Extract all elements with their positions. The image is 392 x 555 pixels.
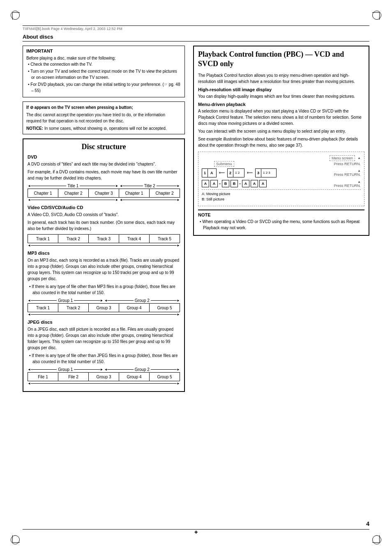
footer-bar [23, 529, 369, 530]
pbc-r2-a2: A [210, 180, 218, 187]
track-cell-3: Track 3 [89, 235, 119, 243]
pbc-menu-text3: See example illustration below about bas… [198, 136, 364, 148]
jpeg-diagram: ◄ Group 1 ► ◄ Group 2 ► [28, 367, 180, 385]
pbc-title: Playback Control function (PBC) — VCD an… [198, 50, 364, 69]
circle-mark-bl [11, 535, 20, 544]
circle-mark-tl [11, 11, 20, 20]
dvd-text1: A DVD consists of "titles" and each titl… [28, 161, 180, 167]
important-title: IMPORTANT [26, 48, 181, 53]
dvd-track-row: Chapter 1 Chapter 2 Chapter 3 Chapter 1 … [28, 189, 180, 198]
jpeg-text1: On a JPEG disc, each still picture is re… [28, 326, 180, 351]
track-diagram: Track 1 Track 2 Track 3 Track 4 Track 5 … [28, 234, 180, 247]
pbc-highres-subtitle: High-resolution still image display [198, 87, 364, 92]
pbc-press-return-3: Press RETURN. [334, 184, 361, 188]
pbc-item-1: 1 A [202, 168, 217, 177]
right-column: Playback Control function (PBC) — VCD an… [193, 46, 369, 396]
header-text: TIIFM45[B].book Page 4 Wednesday, April … [23, 27, 122, 31]
page-number: 4 [366, 520, 369, 527]
important-intro: Before playing a disc, make sure of the … [26, 55, 181, 61]
pbc-menu-text2: You can interact with the screen using a… [198, 128, 364, 134]
pbc-highres-text: You can display high-quality images whic… [198, 93, 364, 99]
pbc-item-3: 3 1 2 3 [255, 168, 277, 177]
jpeg-cell-1: File 1 [28, 373, 58, 381]
pbc-diagram: Menu screen ▲ Press RETURN. Submenu 1 [198, 152, 364, 206]
notice-box: If ⊘ appears on the TV screen when press… [23, 101, 185, 134]
pbc-r2-a1: A [202, 180, 209, 187]
dvd-cell-2: Chapter 2 [58, 189, 89, 197]
note-bullet: • When operating a Video CD or SVCD usin… [198, 219, 364, 231]
videocd-text1: A Video CD, SVCD, Audio CD consists of "… [28, 212, 180, 218]
two-column-layout: IMPORTANT Before playing a disc, make su… [23, 46, 369, 396]
dvd-diagram: ◄ Title 1 ► ◄ Title 2 ► [28, 184, 180, 202]
footer-crosshair: ✚ [194, 530, 198, 534]
pbc-r2-a3: A [242, 180, 249, 187]
jpeg-subtitle: JPEG discs [28, 320, 180, 325]
notice-label: NOTICE: [26, 126, 43, 131]
mp3-cell-5: Group 5 [150, 304, 180, 312]
pbc-box: Playback Control function (PBC) — VCD an… [193, 46, 369, 236]
disc-structure-box: Disc structure DVD A DVD consists of "ti… [23, 138, 185, 392]
important-bullet-1: • Check the connection with the TV. [26, 61, 181, 67]
note-box: NOTE • When operating a Video CD or SVCD… [198, 210, 364, 231]
pbc-press-return-2: ▲ [357, 169, 361, 173]
pbc-intro: The Playback Control function allows you… [198, 72, 364, 85]
pbc-menu-screen-label: Menu screen [330, 155, 355, 161]
mp3-cell-2: Track 2 [58, 304, 89, 312]
note-title: NOTE [198, 212, 364, 217]
dvd-subtitle: DVD [28, 154, 180, 159]
track-cell-1: Track 1 [28, 235, 58, 243]
notice-text: In some cases, without showing ⊘, operat… [44, 126, 167, 131]
pbc-row2: A A B B A A A ▲ Press RETURN. [202, 180, 361, 188]
dvd-cell-4: Chapter 1 [119, 189, 150, 197]
pbc-r2-a5: A [259, 180, 267, 187]
mp3-subtitle: MP3 discs [28, 251, 180, 256]
jpeg-cell-2: File 2 [58, 373, 89, 381]
content-area: About discs IMPORTANT Before playing a d… [23, 34, 369, 521]
track-cell-5: Track 5 [150, 235, 180, 243]
mp3-cell-3: Group 3 [89, 304, 119, 312]
important-bullet-3: • For DVD playback, you can change the i… [26, 81, 181, 94]
videocd-text2: In general, each track has its own track… [28, 219, 180, 232]
jpeg-group1-label: Group 1 [57, 367, 74, 372]
pbc-r2-a4: A [251, 180, 258, 187]
mp3-group2-label: Group 2 [134, 298, 151, 303]
jpeg-bullet: • If there is any type of file other tha… [28, 352, 180, 365]
important-bullet-2: • Turn on your TV and select the correct… [26, 68, 181, 81]
circle-mark-tr [372, 11, 381, 20]
mp3-text1: On an MP3 disc, each song is recorded as… [28, 257, 180, 282]
notice-body: The disc cannot accept the operation you… [26, 112, 181, 124]
jpeg-track-row: File 1 File 2 Group 3 Group 4 Group 5 [28, 372, 180, 381]
dvd-cell-5: Chapter 2 [150, 189, 180, 197]
jpeg-group2-label: Group 2 [134, 367, 151, 372]
jpeg-cell-3: Group 3 [89, 373, 119, 381]
mp3-cell-1: Track 1 [28, 304, 58, 312]
important-box: IMPORTANT Before playing a disc, make su… [23, 46, 185, 97]
mp3-group1-label: Group 1 [57, 298, 74, 303]
mp3-track-row: Track 1 Track 2 Group 3 Group 4 Group 5 [28, 303, 180, 312]
pbc-caption-a: A: Moving picture [202, 191, 361, 197]
jpeg-cell-5: Group 5 [150, 373, 180, 381]
pbc-r2-b1: B [222, 180, 229, 187]
pbc-press-return-1: Press RETURN. [334, 162, 361, 166]
dvd-cell-1: Chapter 1 [28, 189, 58, 197]
header-bar: TIIFM45[B].book Page 4 Wednesday, April … [23, 25, 369, 31]
dvd-title1-label: Title 1 [66, 184, 80, 188]
track-cell-2: Track 2 [58, 235, 89, 243]
dvd-cell-3: Chapter 3 [89, 189, 119, 197]
left-column: IMPORTANT Before playing a disc, make su… [23, 46, 185, 396]
videocd-subtitle: Video CD/SVCD/Audio CD [28, 205, 180, 210]
pbc-r2-b2: B [231, 180, 238, 187]
pbc-menu-text1: A selection menu is displayed when you s… [198, 108, 364, 127]
pbc-menu-subtitle: Menu-driven playback [198, 102, 364, 107]
mp3-cell-4: Group 4 [119, 304, 150, 312]
jpeg-cell-4: Group 4 [119, 373, 150, 381]
pbc-submenu-label: Submenu [214, 161, 234, 167]
notice-notice: NOTICE: In some cases, without showing ⊘… [26, 125, 181, 131]
notice-title-line: If ⊘ appears on the TV screen when press… [26, 104, 181, 111]
disc-structure-title: Disc structure [28, 143, 180, 151]
about-discs-title: About discs [23, 34, 369, 41]
circle-mark-br [372, 535, 381, 544]
mp3-diagram: ◄ Group 1 ► ◄ Group 2 ► [28, 298, 180, 316]
dvd-title2-label: Title 2 [143, 184, 157, 188]
pbc-item-2: 2 1 2 [227, 168, 244, 177]
